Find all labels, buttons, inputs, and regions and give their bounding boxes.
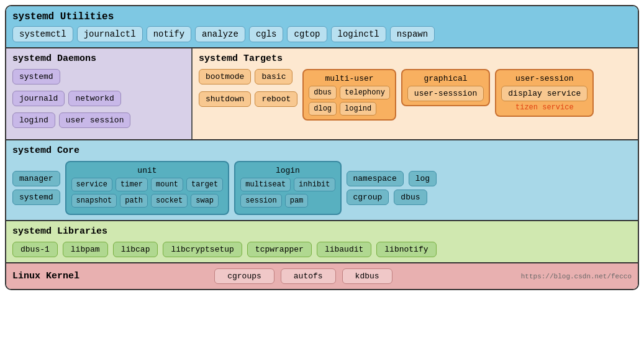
daemon-row: systemd: [12, 69, 185, 88]
unit-badge: mount: [151, 178, 183, 191]
target-plain-badge: bootmode: [199, 69, 251, 85]
kernel-badge: autofs: [281, 268, 336, 284]
login-badge: inhibit: [294, 178, 335, 191]
unit-badge: service: [71, 178, 112, 191]
utilities-title: systemd Utilities: [12, 11, 632, 22]
unit-row1: servicetimermounttarget: [71, 178, 224, 191]
utility-badge: notify: [147, 26, 191, 42]
core-title: systemd Core: [12, 145, 632, 156]
daemon-badge: networkd: [68, 91, 120, 106]
libraries-items: dbus-1libpamlibcaplibcryptsetuptcpwrappe…: [12, 242, 632, 257]
user-session-title: user-session: [501, 74, 587, 83]
unit-badge: socket: [151, 194, 188, 208]
unit-group: unit servicetimermounttarget snapshotpat…: [65, 161, 230, 215]
graphical-title: graphical: [407, 74, 484, 83]
core-right-badge: cgroup: [347, 190, 389, 205]
target-plain-row: shutdownreboot: [199, 91, 297, 107]
daemons-targets-row: systemd Daemons systemdjournaldnetworkdl…: [6, 48, 638, 140]
login-row2: sessionpam: [240, 194, 335, 208]
unit-badge: swap: [191, 194, 219, 208]
unit-row2: snapshotpathsocketswap: [71, 194, 224, 208]
core-right: namespacelogcgroupdbus: [347, 171, 437, 205]
targets-content: bootmodebasicshutdownreboot multi-user d…: [199, 69, 632, 121]
core-content: managersystemd unit servicetimermounttar…: [12, 161, 632, 215]
utilities-row: systemd Utilities systemctljournalctlnot…: [6, 6, 638, 48]
core-left-badge: systemd: [12, 190, 60, 205]
utility-badge: cgtop: [287, 26, 327, 42]
login-row1: multiseatinhibit: [240, 178, 335, 191]
unit-badge: timer: [116, 178, 148, 191]
multiuser-title: multi-user: [309, 74, 390, 83]
login-badge: multiseat: [240, 178, 291, 191]
core-right-badge: dbus: [394, 190, 427, 205]
target-graphical: graphical user-sesssion: [401, 69, 490, 106]
utility-badge: journalctl: [77, 26, 143, 42]
daemon-badge: systemd: [12, 69, 60, 85]
library-badge: libcap: [113, 242, 158, 257]
core-row: systemd Core managersystemd unit service…: [6, 140, 638, 221]
library-badge: dbus-1: [12, 242, 58, 257]
multiuser-badge: dbus: [309, 86, 337, 99]
login-group: login multiseatinhibit sessionpam: [234, 161, 341, 215]
unit-title: unit: [71, 166, 224, 175]
target-plain-badge: reboot: [255, 91, 297, 107]
systemd-diagram: systemd Utilities systemctljournalctlnot…: [5, 5, 639, 290]
core-right-row: cgroupdbus: [347, 190, 437, 205]
login-badge: pam: [285, 194, 309, 208]
kernel-badge: kdbus: [342, 268, 392, 284]
daemon-badge: journald: [12, 91, 65, 106]
kernel-url: https://blog.csdn.net/fecco: [521, 273, 632, 280]
graphical-inner: user-sesssion: [407, 86, 484, 101]
daemons-col: systemd Daemons systemdjournaldnetworkdl…: [6, 48, 193, 139]
utility-badge: analyze: [195, 26, 245, 42]
target-multiuser: multi-user dbustelephony dloglogind: [302, 69, 396, 121]
targets-col: systemd Targets bootmodebasicshutdownreb…: [193, 48, 638, 139]
multiuser-row2: dloglogind: [309, 102, 390, 116]
utility-badge: cgls: [249, 26, 284, 42]
daemon-row: journaldnetworkd: [12, 91, 185, 109]
library-badge: libcryptsetup: [163, 242, 242, 257]
utility-badge: loginctl: [331, 26, 386, 42]
targets-title: systemd Targets: [199, 53, 632, 64]
kernel-title: Linux Kernel: [12, 271, 79, 281]
utility-badge: systemctl: [12, 26, 73, 42]
multiuser-badge: logind: [340, 102, 376, 116]
core-right-badge: namespace: [347, 171, 404, 186]
core-right-row: namespacelog: [347, 171, 437, 186]
library-badge: libaudit: [317, 242, 371, 257]
target-plain-badge: basic: [255, 69, 293, 85]
target-user-session: user-session display service tizen servi…: [495, 69, 594, 117]
utility-badge: nspawn: [390, 26, 435, 42]
daemon-row: loginduser session: [12, 112, 185, 131]
daemon-badge: logind: [12, 112, 55, 128]
unit-badge: target: [186, 178, 223, 191]
library-badge: tcpwrapper: [247, 242, 312, 257]
utilities-items: systemctljournalctlnotifyanalyzecglscgto…: [12, 26, 632, 42]
kernel-row: Linux Kernel cgroupsautofskdbus https://…: [6, 263, 638, 289]
library-badge: libnotify: [376, 242, 436, 257]
tizen-service: tizen service: [501, 103, 587, 112]
kernel-items: cgroupsautofskdbus: [92, 268, 515, 284]
display-service: display service: [501, 86, 587, 101]
core-left: managersystemd: [12, 171, 60, 205]
daemons-items: systemdjournaldnetworkdloginduser sessio…: [12, 69, 185, 131]
library-badge: libpam: [63, 242, 108, 257]
login-badge: session: [240, 194, 281, 208]
core-left-badge: manager: [12, 171, 60, 186]
target-plain-badge: shutdown: [199, 91, 251, 107]
libraries-title: systemd Libraries: [12, 226, 632, 237]
login-title: login: [240, 166, 335, 175]
daemons-title: systemd Daemons: [12, 53, 185, 64]
multiuser-row1: dbustelephony: [309, 86, 390, 99]
core-right-badge: log: [409, 171, 437, 186]
target-plain-row: bootmodebasic: [199, 69, 297, 85]
libraries-row: systemd Libraries dbus-1libpamlibcaplibc…: [6, 221, 638, 263]
daemon-badge: user session: [59, 112, 131, 128]
multiuser-badge: telephony: [340, 86, 390, 99]
unit-badge: path: [120, 194, 148, 208]
targets-plain: bootmodebasicshutdownreboot: [199, 69, 297, 110]
kernel-badge: cgroups: [214, 268, 274, 284]
unit-badge: snapshot: [71, 194, 117, 208]
multiuser-badge: dlog: [309, 102, 337, 116]
